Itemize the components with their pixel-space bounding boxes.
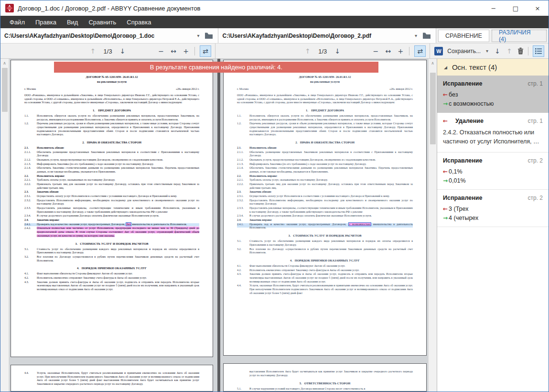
doc-item: 3.2.Все платежи по Договору осуществляют… xyxy=(237,248,413,255)
save-button[interactable]: Сохранить... xyxy=(447,48,481,54)
doc-paragraph: ООО «Ромашка», именуемое в дальнейшем «З… xyxy=(24,94,199,105)
left-document-view: ДОГОВОР № 65-1201/059- 26.01.R1.12на рек… xyxy=(9,59,217,392)
abbyy-app-icon xyxy=(5,4,14,12)
document-header-row: C:\Users\AKayfadzhyan\Desktop\Demo\Догов… xyxy=(0,28,549,44)
delete-difference-button[interactable] xyxy=(517,47,524,54)
group-title: Осн. текст (4) xyxy=(452,63,497,71)
menu-view[interactable]: Вид xyxy=(62,17,84,28)
menu-edit[interactable]: Правка xyxy=(30,17,62,28)
document-page: ДОГОВОР № 65-1201/059- 26.01.R1.12на рек… xyxy=(11,60,213,357)
right-scrollbar[interactable]: ∧ xyxy=(428,59,437,392)
doc-item-number: 2.2.2. xyxy=(24,183,37,190)
doc-item: 4.1.Факт выполнения обязательств Стороны… xyxy=(237,264,413,268)
doc-item-number: 2.1.1. xyxy=(24,151,37,158)
menu-bar: Файл Правка Вид Сравнить Справка xyxy=(0,16,549,28)
open-file-button[interactable] xyxy=(204,31,214,41)
doc-item-number: 2.1.3. xyxy=(237,163,249,166)
difference-item[interactable]: Исправление стр. 2 ←3 (Трех →4 (четырех xyxy=(437,190,549,227)
doc-item-number: 2.1.4. xyxy=(237,166,249,174)
doc-item-number: 2.2.1. xyxy=(24,178,37,182)
doc-item: 2.1.3.Информировать Заказчика (по его тр… xyxy=(237,163,413,166)
doc-item: 1.2.Перечень рекламных ресурсов, сроки и… xyxy=(24,122,199,137)
difference-item[interactable]: Исправление стр. 2 ←0,1% →0,01% xyxy=(437,152,549,190)
scrollbar-thumb[interactable] xyxy=(430,73,436,144)
doc-item-text: Требовать оплаты услуг, оказываемых по н… xyxy=(249,178,413,182)
list-view-button[interactable] xyxy=(533,45,544,57)
difference-item[interactable]: ← Удаление стр. 1 2.4.2. Отказаться полн… xyxy=(437,113,549,152)
difference-page-ref: стр. 2 xyxy=(527,195,543,201)
chevron-down-icon[interactable]: ▾ xyxy=(193,33,204,38)
doc-item: 4.4.Услуги, оказанные Исполнителем, буду… xyxy=(24,371,199,386)
diff-changed-word[interactable]: без xyxy=(126,222,131,226)
left-document-path-bar[interactable]: C:\Users\AKayfadzhyan\Desktop\Demo\Догов… xyxy=(0,28,218,43)
scrollbar-thumb[interactable] xyxy=(2,68,8,112)
doc-item-text: Исполнитель вправе: xyxy=(249,174,413,178)
scroll-up-button[interactable]: ∧ xyxy=(0,59,9,67)
diff-deleted-text[interactable]: Отказаться полностью или частично от усл… xyxy=(37,227,199,237)
folder-icon xyxy=(205,33,213,39)
scroll-up-button[interactable]: ∧ xyxy=(429,59,437,67)
chevron-down-icon[interactable]: ▾ xyxy=(410,33,421,38)
doc-item: 2.2.1.Требовать оплаты услуг, оказываемы… xyxy=(24,178,199,182)
trash-icon xyxy=(517,47,524,54)
next-page-button[interactable]: ↓ xyxy=(334,47,341,55)
tab-comparison[interactable]: СРАВНЕНИЕ xyxy=(438,30,489,42)
next-difference-button[interactable]: ↓ xyxy=(494,47,501,55)
menu-compare[interactable]: Сравнить xyxy=(83,17,121,28)
doc-item-text: Перечень рекламных ресурсов, сроки и объ… xyxy=(249,122,413,137)
doc-text-span: вмешательства в деятельность Исполнителя… xyxy=(131,223,187,226)
next-page-button[interactable]: ↓ xyxy=(119,47,127,55)
fit-width-button[interactable]: ↔ xyxy=(170,47,177,55)
zoom-in-button[interactable]: + xyxy=(182,47,190,55)
sync-scroll-button[interactable]: ⇄ xyxy=(414,45,426,57)
word-icon[interactable]: W xyxy=(434,47,443,55)
maximize-button[interactable]: □ xyxy=(505,0,527,16)
difference-item[interactable]: Исправление стр. 1 ←без →с возможностью xyxy=(437,76,549,113)
zoom-out-button[interactable]: − xyxy=(157,47,165,55)
doc-item: 2.2.2.Привлекать третьих лиц для оказани… xyxy=(237,183,413,190)
doc-item-text: В случае досрочного расторжения Договора… xyxy=(37,214,199,218)
previous-difference-button[interactable]: ↑ xyxy=(506,47,513,55)
open-file-button[interactable] xyxy=(421,31,432,41)
doc-item-text: Исполнитель обязуется оказать услуги по … xyxy=(37,114,199,121)
panel-empty-space xyxy=(437,227,549,392)
toolbar-row: ↑ 1/3 ↓ − ↔ + ⇄ ↑ 1/3 ↓ − ↔ + xyxy=(0,44,549,59)
right-document-path-bar[interactable]: C:\Users\AKayfadzhyan\Desktop\Demo\Догов… xyxy=(218,28,436,43)
doc-item: 2.1.2.Оказывать услуги, предусмотренные … xyxy=(237,158,413,162)
menu-help[interactable]: Справка xyxy=(121,17,156,28)
doc-date: «26» января 2012 г. xyxy=(176,87,199,90)
doc-item-text: Заказчик должен принять счета-фактуры и … xyxy=(37,281,199,292)
doc-item-text: Обеспечить размещение представленных Зак… xyxy=(249,151,413,158)
difference-group-header[interactable]: ◢ Осн. текст (4) xyxy=(437,59,549,76)
tab-differences[interactable]: РАЗЛИЧИЯ (4) xyxy=(492,30,547,42)
menu-file[interactable]: Файл xyxy=(4,17,30,28)
doc-item-text: Услуги, оказанные Исполнителем, будут сч… xyxy=(249,284,413,295)
chevron-down-icon[interactable]: ▾ xyxy=(485,48,489,54)
difference-type: Исправление xyxy=(443,80,483,87)
zoom-out-button[interactable]: − xyxy=(372,47,379,55)
doc-item-number: 2.1. xyxy=(24,146,37,150)
doc-item-number: 3.2. xyxy=(237,248,249,255)
previous-page-button[interactable]: ↑ xyxy=(89,47,97,55)
fit-width-button[interactable]: ↔ xyxy=(384,47,392,55)
minimize-button[interactable]: − xyxy=(483,0,505,16)
doc-item-number: 2.4.1. xyxy=(237,223,249,230)
sync-scroll-button[interactable]: ⇄ xyxy=(200,45,211,57)
collapse-triangle-icon[interactable]: ◢ xyxy=(444,65,447,70)
zoom-in-button[interactable]: + xyxy=(397,47,404,55)
doc-heading: на рекламные услуги xyxy=(237,80,413,83)
doc-item: 4.3.Заказчик должен принять счета-фактур… xyxy=(237,272,413,283)
added-text: с возможностью xyxy=(449,100,494,107)
deleted-text-preview: 2.4.2. Отказаться полностью или частично… xyxy=(443,128,543,147)
doc-item: 3.1.Стоимость услуг по обеспечению разме… xyxy=(24,248,199,255)
doc-item-number: 4.4. xyxy=(24,371,37,386)
doc-item-number: 2.3.2. xyxy=(24,199,37,206)
left-scrollbar[interactable]: ∧ xyxy=(0,59,9,392)
close-button[interactable]: × xyxy=(527,0,549,16)
previous-page-button[interactable]: ↑ xyxy=(304,47,312,55)
diff-changed-word[interactable]: с возможностью xyxy=(348,222,371,226)
page-navigation: ↑ 1/3 ↓ xyxy=(89,44,127,59)
doc-item-number: 4.2. xyxy=(237,269,249,272)
doc-item-text: Стоимость услуг по обеспечению размещени… xyxy=(249,240,413,247)
doc-text-span: Проверять ход и качество оказания услуг,… xyxy=(249,223,348,226)
